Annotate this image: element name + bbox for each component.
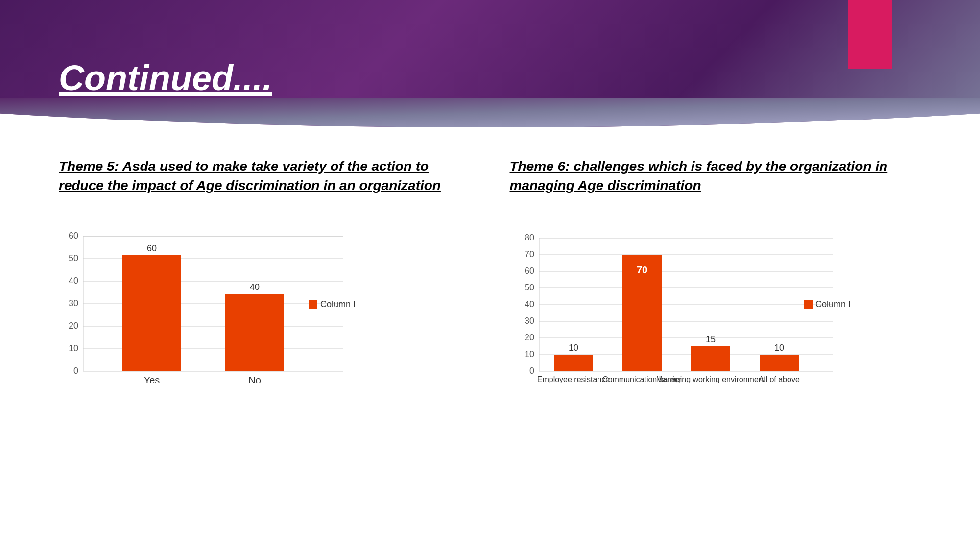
svg-text:50: 50 (524, 283, 534, 292)
chart2-bar-employee (554, 355, 593, 371)
svg-text:30: 30 (69, 298, 78, 308)
svg-text:70: 70 (524, 249, 534, 259)
svg-text:30: 30 (524, 316, 534, 326)
svg-text:Column I: Column I (815, 299, 851, 309)
theme6-title: Theme 6: challenges which is faced by th… (510, 157, 922, 195)
svg-text:0: 0 (73, 366, 78, 376)
svg-text:50: 50 (69, 253, 78, 263)
svg-text:No: No (248, 375, 261, 385)
header-section: Continued.... (0, 0, 980, 127)
svg-text:15: 15 (705, 335, 715, 344)
chart1-container: 0 10 20 30 40 50 60 (59, 224, 466, 393)
chart1-svg: 0 10 20 30 40 50 60 (59, 224, 362, 391)
svg-text:60: 60 (524, 266, 534, 276)
charts-row: 0 10 20 30 40 50 60 (59, 224, 921, 393)
svg-text:40: 40 (69, 276, 78, 286)
svg-text:0: 0 (529, 366, 534, 376)
svg-text:20: 20 (69, 321, 78, 331)
svg-text:10: 10 (774, 343, 784, 353)
svg-text:Employee resistance: Employee resistance (537, 375, 610, 383)
content-area: Theme 5: Asda used to make take variety … (0, 127, 980, 412)
svg-text:60: 60 (147, 243, 157, 253)
svg-text:Managing working environment: Managing working environment (656, 375, 765, 383)
svg-text:20: 20 (524, 333, 534, 342)
svg-text:80: 80 (524, 233, 534, 242)
themes-row: Theme 5: Asda used to make take variety … (59, 157, 921, 195)
chart2-bar-managing (691, 346, 730, 371)
chart2-bar-all (760, 355, 799, 371)
svg-text:Column I: Column I (320, 299, 356, 309)
chart1-bar-no (225, 294, 284, 371)
svg-text:10: 10 (568, 343, 578, 353)
svg-text:10: 10 (524, 349, 534, 359)
chart2-container: 0 10 20 30 40 50 60 70 80 (515, 224, 922, 393)
svg-text:Yes: Yes (144, 375, 160, 385)
theme5-title: Theme 5: Asda used to make take variety … (59, 157, 471, 195)
svg-rect-49 (804, 300, 813, 309)
svg-rect-20 (309, 300, 317, 309)
svg-text:10: 10 (69, 343, 78, 353)
svg-text:70: 70 (636, 264, 647, 275)
chart2-svg: 0 10 20 30 40 50 60 70 80 (515, 224, 858, 391)
svg-text:40: 40 (524, 299, 534, 309)
pink-tab-decoration (848, 0, 892, 69)
chart1-bar-yes (122, 255, 181, 371)
svg-text:60: 60 (69, 231, 78, 240)
page-title: Continued.... (59, 58, 272, 98)
svg-text:40: 40 (250, 282, 260, 292)
svg-text:All of above: All of above (759, 375, 800, 383)
